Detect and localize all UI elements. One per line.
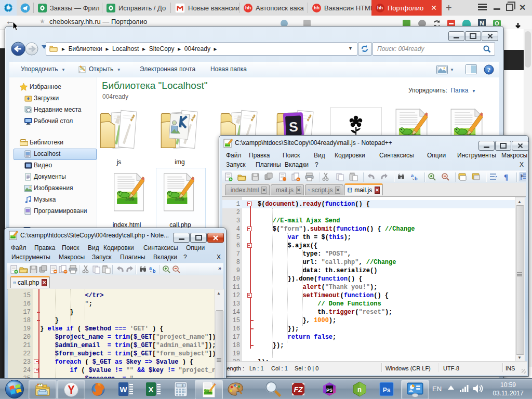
svg-text:PS: PS (326, 388, 332, 393)
svg-text:Ps: Ps (383, 387, 391, 394)
svg-text:b: b (153, 269, 156, 274)
svg-text:W: W (119, 385, 127, 394)
svg-text:a: a (411, 173, 414, 178)
svg-text:?: ? (487, 66, 491, 74)
svg-text:FZ: FZ (294, 385, 303, 394)
svg-text:b: b (415, 176, 418, 181)
svg-text:S: S (289, 119, 299, 135)
svg-text:¶: ¶ (504, 173, 508, 181)
svg-text:a: a (149, 265, 152, 271)
svg-text:n: n (357, 385, 362, 393)
svg-text:X: X (148, 385, 153, 394)
